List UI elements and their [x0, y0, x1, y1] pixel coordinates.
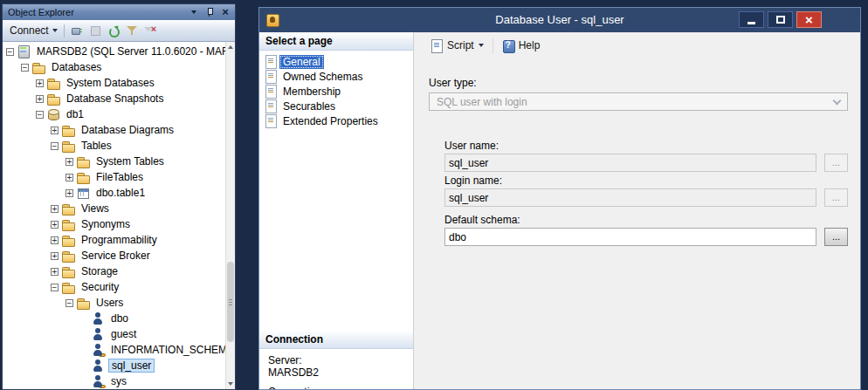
dialog-content-pane: Script Help User type: SQL user with log… [415, 32, 860, 389]
minimize-button[interactable] [739, 11, 764, 28]
page-item-extended-properties[interactable]: Extended Properties [261, 113, 411, 128]
tree-item-sys[interactable]: sys [3, 373, 225, 389]
select-a-page-header: Select a page [259, 32, 413, 51]
folder-icon [46, 92, 60, 106]
page-icon [265, 114, 277, 127]
expand-icon[interactable]: + [51, 252, 59, 260]
page-item-owned-schemas[interactable]: Owned Schemas [261, 69, 411, 84]
clear-filter-button[interactable] [141, 23, 159, 38]
page-icon [265, 55, 277, 68]
tree-item-label: guest [108, 327, 139, 341]
tree-item-dbo-table1[interactable]: +dbo.table1 [3, 185, 225, 201]
collapse-icon[interactable]: − [21, 64, 29, 72]
tree-item-dbo[interactable]: dbo [3, 311, 225, 326]
collapse-icon[interactable]: − [65, 299, 73, 307]
tree-item-users[interactable]: −Users [3, 295, 225, 311]
pin-button[interactable] [203, 6, 217, 18]
disconnect-button[interactable] [68, 23, 86, 38]
filter-button[interactable] [123, 23, 141, 38]
help-button[interactable]: Help [497, 37, 546, 55]
folder-icon [76, 170, 90, 184]
login-name-label: Login name: [444, 175, 848, 187]
expand-icon[interactable]: + [51, 236, 59, 244]
tree-item-tables[interactable]: −Tables [3, 138, 225, 154]
clear-filter-icon [144, 24, 156, 37]
expand-icon[interactable]: + [51, 127, 59, 134]
script-button[interactable]: Script [425, 37, 489, 55]
tree-item-system-databases[interactable]: +System Databases [3, 75, 225, 91]
collapse-icon[interactable]: − [36, 111, 44, 119]
expand-icon[interactable]: + [36, 79, 44, 87]
window-buttons [739, 11, 822, 28]
user-type-value: SQL user with login [437, 96, 527, 108]
default-schema-browse-button[interactable]: ... [824, 228, 848, 246]
tree-item-views[interactable]: +Views [3, 201, 225, 216]
tree-item-database-diagrams[interactable]: +Database Diagrams [3, 122, 225, 138]
collapse-icon[interactable]: − [51, 284, 59, 291]
tree-item-information-schem[interactable]: INFORMATION_SCHEM [3, 342, 225, 358]
tree-item-label: Database Diagrams [79, 123, 176, 137]
tree-item-db1[interactable]: −db1 [3, 106, 225, 122]
tree-item-database-snapshots[interactable]: +Database Snapshots [3, 91, 225, 106]
user-icon [91, 327, 105, 341]
scroll-up-button[interactable] [226, 42, 235, 52]
tree-item-databases[interactable]: −Databases [3, 59, 225, 75]
window-position-icon [191, 10, 196, 14]
user-key-icon [91, 343, 105, 357]
window-position-button[interactable] [187, 6, 201, 18]
user-icon [91, 311, 105, 325]
page-item-securables[interactable]: Securables [261, 99, 411, 113]
login-name-input [444, 188, 816, 207]
folder-icon [61, 123, 75, 137]
expand-icon[interactable]: + [51, 268, 59, 276]
tree-item-guest[interactable]: guest [3, 326, 225, 342]
dialog-titlebar[interactable]: Database User - sql_user [259, 8, 860, 32]
tree-item-storage[interactable]: +Storage [3, 263, 225, 279]
expand-icon[interactable]: + [51, 221, 59, 229]
tree-item-label: Databases [49, 60, 104, 74]
object-explorer-titlebar[interactable]: Object Explorer [3, 4, 235, 20]
tree-item-label: dbo [108, 311, 131, 325]
connect-button[interactable]: Connect [6, 23, 62, 38]
arrow-down-icon [228, 382, 233, 386]
close-button[interactable] [218, 6, 232, 18]
page-item-label: General [279, 55, 324, 69]
maximize-button[interactable] [768, 11, 793, 28]
scrollbar-thumb[interactable] [227, 262, 234, 342]
vertical-scrollbar[interactable] [225, 42, 235, 389]
chevron-down-icon [479, 44, 484, 47]
page-item-general[interactable]: General [261, 54, 411, 69]
folder-icon [61, 139, 75, 153]
page-item-membership[interactable]: Membership [261, 84, 411, 99]
page-item-label: Membership [279, 85, 344, 99]
page-item-label: Extended Properties [279, 114, 382, 128]
expand-icon[interactable]: + [36, 95, 44, 103]
expand-icon[interactable]: + [65, 189, 73, 197]
refresh-button[interactable] [105, 23, 122, 38]
collapse-icon[interactable]: − [6, 48, 14, 56]
tree-item-system-tables[interactable]: +System Tables [3, 154, 225, 169]
tree-item-service-broker[interactable]: +Service Broker [3, 248, 225, 263]
tree-item-sql-user[interactable]: sql_user [3, 358, 225, 373]
page-item-label: Owned Schemas [279, 70, 366, 84]
connection-header: Connection [259, 331, 413, 349]
tree-item-label: Views [79, 202, 112, 216]
scroll-down-button[interactable] [226, 379, 235, 389]
tree-item-marsdb2-sql-server-11-0-6020-marsd[interactable]: −MARSDB2 (SQL Server 11.0.6020 - MARSD [3, 44, 225, 59]
default-schema-input[interactable] [444, 228, 816, 246]
maximize-icon [776, 16, 785, 24]
pin-icon [205, 7, 214, 17]
close-button[interactable] [796, 11, 822, 28]
stop-button[interactable] [86, 23, 104, 38]
tree-item-filetables[interactable]: +FileTables [3, 169, 225, 185]
tree-item-programmability[interactable]: +Programmability [3, 232, 225, 248]
tree-item-security[interactable]: −Security [3, 279, 225, 295]
help-icon [502, 39, 514, 52]
collapse-icon[interactable]: − [51, 142, 59, 150]
tree-item-synonyms[interactable]: +Synonyms [3, 216, 225, 232]
folder-icon [61, 217, 75, 231]
object-explorer-panel: Object Explorer Connect −MARSDB2 (SQL Se… [2, 3, 236, 390]
expand-icon[interactable]: + [51, 205, 59, 213]
expand-icon[interactable]: + [65, 174, 73, 181]
expand-icon[interactable]: + [65, 158, 73, 166]
